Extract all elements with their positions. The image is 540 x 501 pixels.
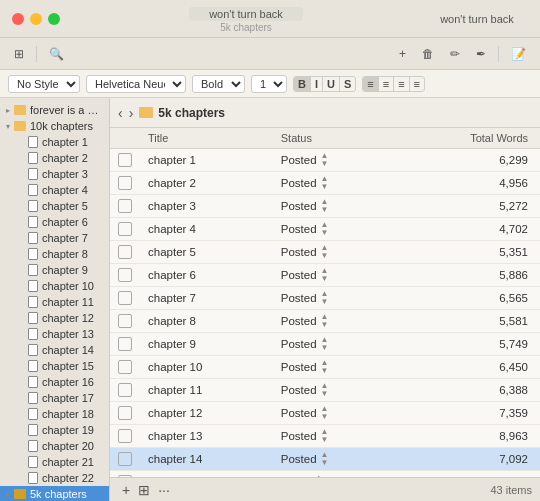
sidebar-item-ch8[interactable]: chapter 8 [0,246,109,262]
grid-view-button[interactable]: ⊞ [134,482,154,498]
edit-button[interactable]: ✏ [446,45,464,63]
sidebar-item-ch13[interactable]: chapter 13 [0,326,109,342]
sidebar-item-ch18[interactable]: chapter 18 [0,406,109,422]
sidebar-item-ch20[interactable]: chapter 20 [0,438,109,454]
document-icon [28,152,38,164]
status-stepper-icon[interactable]: ▲▼ [321,290,329,306]
style-select[interactable]: No Style [8,75,80,93]
maximize-button[interactable] [48,13,60,25]
sidebar-item-5k[interactable]: ▸5k chapters [0,486,109,501]
table-row[interactable]: chapter 10Posted▲▼6,450 [110,356,540,379]
sidebar-item-10k[interactable]: ▾10k chapters [0,118,109,134]
weight-select[interactable]: Bold [192,75,245,93]
sidebar-item-ch6[interactable]: chapter 6 [0,214,109,230]
table-row[interactable]: chapter 3Posted▲▼5,272 [110,195,540,218]
table-row[interactable]: chapter 2Posted▲▼4,956 [110,172,540,195]
row-checkbox[interactable] [118,245,132,259]
close-button[interactable] [12,13,24,25]
sidebar-item-ch12[interactable]: chapter 12 [0,310,109,326]
sidebar-item-ch10[interactable]: chapter 10 [0,278,109,294]
row-checkbox[interactable] [118,383,132,397]
sidebar-item-ch19[interactable]: chapter 19 [0,422,109,438]
underline-button[interactable]: U [323,77,340,91]
status-stepper-icon[interactable]: ▲▼ [321,382,329,398]
sidebar-item-ch11[interactable]: chapter 11 [0,294,109,310]
status-stepper-icon[interactable]: ▲▼ [321,405,329,421]
table-row[interactable]: chapter 13Posted▲▼8,963 [110,425,540,448]
row-checkbox[interactable] [118,153,132,167]
strikethrough-button[interactable]: S [340,77,355,91]
row-checkbox[interactable] [118,406,132,420]
sidebar-item-forever[interactable]: ▸forever is a mayb... [0,102,109,118]
table-row[interactable]: chapter 4Posted▲▼4,702 [110,218,540,241]
sidebar-item-ch5[interactable]: chapter 5 [0,198,109,214]
table-row[interactable]: chapter 5Posted▲▼5,351 [110,241,540,264]
size-select[interactable]: 12 [251,75,287,93]
row-checkbox[interactable] [118,176,132,190]
align-right-button[interactable]: ≡ [394,77,409,91]
sidebar-item-ch22[interactable]: chapter 22 [0,470,109,486]
add-button[interactable]: + [395,45,410,63]
row-checkbox[interactable] [118,222,132,236]
status-stepper-icon[interactable]: ▲▼ [321,313,329,329]
align-justify-button[interactable]: ≡ [410,77,424,91]
table-row[interactable]: chapter 14Posted▲▼7,092 [110,448,540,471]
sidebar-toggle-button[interactable]: ⊞ [10,45,28,63]
align-left-button[interactable]: ≡ [363,77,378,91]
status-stepper-icon[interactable]: ▲▼ [321,336,329,352]
markup-button[interactable]: ✒ [472,45,490,63]
search-button[interactable]: 🔍 [45,45,68,63]
table-row[interactable]: chapter 11Posted▲▼6,388 [110,379,540,402]
more-options-button[interactable]: ··· [154,482,174,498]
font-select[interactable]: Helvetica Neue [86,75,186,93]
status-stepper-icon[interactable]: ▲▼ [321,221,329,237]
sidebar-item-ch9[interactable]: chapter 9 [0,262,109,278]
status-stepper-icon[interactable]: ▲▼ [321,198,329,214]
compose-button[interactable]: 📝 [507,45,530,63]
document-icon [28,184,38,196]
table-row[interactable]: chapter 12Posted▲▼7,359 [110,402,540,425]
add-item-button[interactable]: + [118,482,134,498]
table-row[interactable]: chapter 8Posted▲▼5,581 [110,310,540,333]
sidebar-item-ch1[interactable]: chapter 1 [0,134,109,150]
row-checkbox[interactable] [118,291,132,305]
table-row[interactable]: chapter 7Posted▲▼6,565 [110,287,540,310]
status-stepper-icon[interactable]: ▲▼ [321,152,329,168]
document-icon [28,408,38,420]
sidebar-item-ch21[interactable]: chapter 21 [0,454,109,470]
row-checkbox[interactable] [118,452,132,466]
sidebar-item-label: chapter 1 [42,136,88,148]
forward-button[interactable]: › [129,105,134,121]
italic-button[interactable]: I [311,77,323,91]
row-checkbox[interactable] [118,337,132,351]
status-stepper-icon[interactable]: ▲▼ [321,428,329,444]
minimize-button[interactable] [30,13,42,25]
sidebar-item-ch14[interactable]: chapter 14 [0,342,109,358]
table-row[interactable]: chapter 1Posted▲▼6,299 [110,149,540,172]
document-icon [28,168,38,180]
sidebar-item-ch3[interactable]: chapter 3 [0,166,109,182]
status-stepper-icon[interactable]: ▲▼ [321,244,329,260]
row-checkbox[interactable] [118,268,132,282]
bold-button[interactable]: B [294,77,311,91]
delete-button[interactable]: 🗑 [418,45,438,63]
status-stepper-icon[interactable]: ▲▼ [321,359,329,375]
row-checkbox[interactable] [118,360,132,374]
row-checkbox[interactable] [118,429,132,443]
back-button[interactable]: ‹ [118,105,123,121]
status-stepper-icon[interactable]: ▲▼ [321,267,329,283]
sidebar-item-ch2[interactable]: chapter 2 [0,150,109,166]
sidebar-item-ch17[interactable]: chapter 17 [0,390,109,406]
sidebar-item-ch4[interactable]: chapter 4 [0,182,109,198]
row-checkbox[interactable] [118,199,132,213]
table-row[interactable]: chapter 6Posted▲▼5,886 [110,264,540,287]
sidebar-item-ch16[interactable]: chapter 16 [0,374,109,390]
row-checkbox[interactable] [118,314,132,328]
align-center-button[interactable]: ≡ [379,77,394,91]
table-container[interactable]: Title Status Total Words chapter 1Posted… [110,128,540,477]
sidebar-item-ch15[interactable]: chapter 15 [0,358,109,374]
status-stepper-icon[interactable]: ▲▼ [321,175,329,191]
sidebar-item-ch7[interactable]: chapter 7 [0,230,109,246]
table-row[interactable]: chapter 9Posted▲▼5,749 [110,333,540,356]
status-stepper-icon[interactable]: ▲▼ [321,451,329,467]
